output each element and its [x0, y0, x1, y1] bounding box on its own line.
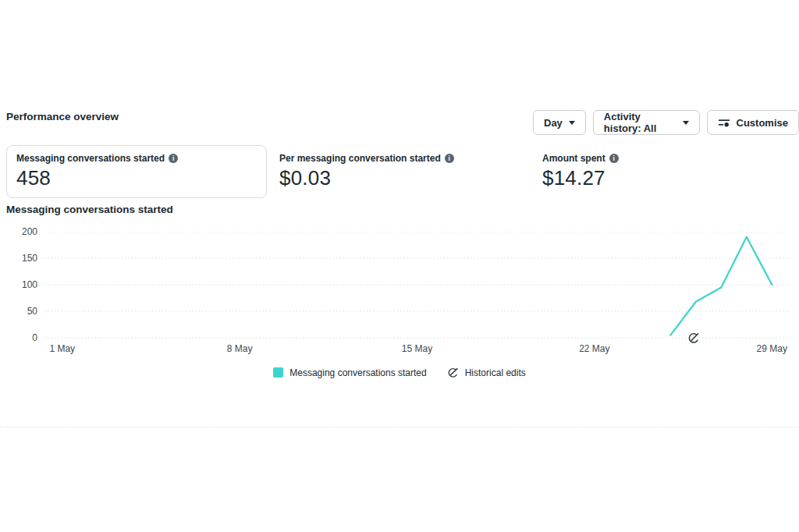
metric-value: 458 — [16, 166, 257, 190]
legend-label: Historical edits — [465, 367, 526, 378]
activity-history-label: Activity history: All — [604, 111, 676, 134]
metric-label: Per messaging conversation started — [279, 153, 441, 164]
y-axis-tick-label: 200 — [6, 226, 37, 237]
y-axis-tick-label: 50 — [6, 306, 37, 317]
y-axis-tick-label: 150 — [6, 253, 37, 264]
chart-legend: Messaging conversations started Historic… — [0, 367, 799, 378]
historical-edit-marker-icon[interactable] — [687, 332, 700, 344]
legend-item-historical-edits: Historical edits — [447, 367, 526, 378]
metric-value: $14.27 — [542, 166, 783, 190]
x-axis-tick-label: 22 May — [571, 343, 618, 354]
section-divider — [0, 427, 799, 427]
info-icon[interactable]: i — [445, 154, 454, 163]
legend-swatch — [273, 367, 283, 378]
metric-value: $0.03 — [279, 166, 520, 190]
customise-label: Customise — [737, 117, 788, 129]
x-axis-tick-label: 8 May — [216, 343, 263, 354]
customise-button[interactable]: Customise — [707, 110, 799, 135]
metric-card-amount-spent[interactable]: Amount spent i $14.27 — [532, 145, 793, 198]
x-axis-tick-label: 15 May — [394, 343, 441, 354]
legend-label: Messaging conversations started — [289, 367, 426, 378]
metric-card-messaging-conversations-started[interactable]: Messaging conversations started i 458 — [6, 145, 267, 198]
info-icon[interactable]: i — [609, 154, 619, 163]
filter-sliders-icon — [718, 117, 730, 128]
chart-title: Messaging conversations started — [6, 204, 173, 215]
day-dropdown-label: Day — [544, 117, 563, 129]
chevron-down-icon — [683, 121, 689, 125]
x-axis-tick-label: 1 May — [39, 343, 86, 354]
legend-item-messaging-conversations-started: Messaging conversations started — [273, 367, 426, 378]
metrics-row: Messaging conversations started i 458 Pe… — [6, 145, 793, 198]
chart-area: 0501001502001 May8 May15 May22 May29 May — [6, 227, 793, 361]
toolbar: Day Activity history: All Customise — [533, 110, 799, 135]
page-title: Performance overview — [6, 111, 119, 122]
metric-label: Amount spent — [542, 153, 605, 164]
historical-edit-icon — [447, 367, 459, 378]
chevron-down-icon — [569, 121, 575, 125]
y-axis-tick-label: 0 — [6, 332, 37, 343]
chart-plot-svg — [44, 232, 790, 341]
metric-label: Messaging conversations started — [16, 153, 165, 164]
y-axis-tick-label: 100 — [6, 279, 37, 290]
activity-history-dropdown-button[interactable]: Activity history: All — [593, 110, 700, 135]
day-dropdown-button[interactable]: Day — [533, 110, 586, 135]
info-icon[interactable]: i — [169, 154, 178, 163]
x-axis-tick-label: 29 May — [748, 343, 795, 354]
metric-card-per-messaging-conversation-started[interactable]: Per messaging conversation started i $0.… — [269, 145, 530, 198]
